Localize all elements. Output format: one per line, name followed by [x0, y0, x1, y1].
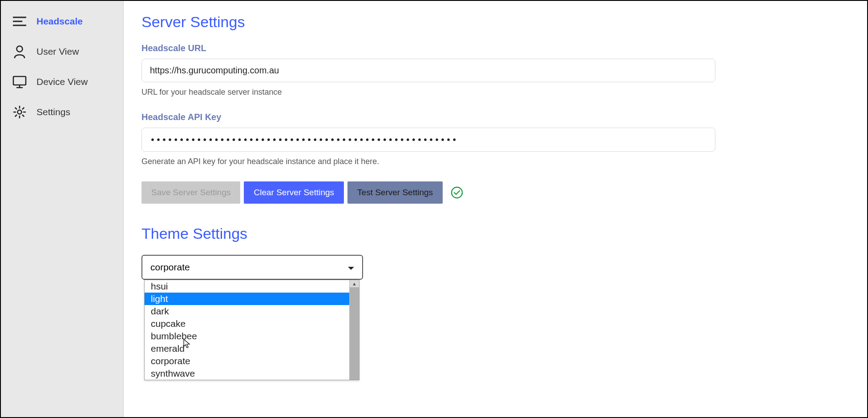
- headscale-api-key-input[interactable]: [141, 128, 715, 152]
- sidebar-item-headscale[interactable]: Headscale: [1, 6, 123, 36]
- menu-icon: [12, 14, 27, 28]
- sidebar-item-label: Headscale: [36, 16, 83, 27]
- sidebar-item-user-view[interactable]: User View: [1, 36, 123, 67]
- dropdown-scrollbar[interactable]: ▲: [349, 280, 359, 380]
- api-key-label: Headscale API Key: [141, 112, 849, 122]
- test-status-success-icon: [451, 186, 463, 199]
- theme-option-light[interactable]: light: [145, 293, 349, 305]
- theme-option-list: hsui light dark cupcake bumblebee emeral…: [145, 280, 349, 380]
- theme-option-synthwave[interactable]: synthwave: [145, 367, 349, 380]
- theme-selected-value: corporate: [150, 262, 190, 273]
- api-key-help-text: Generate an API key for your headscale i…: [141, 157, 849, 166]
- sidebar-item-label: Settings: [36, 107, 70, 117]
- theme-option-bumblebee[interactable]: bumblebee: [145, 330, 349, 342]
- sidebar: Headscale User View Device View Settings: [1, 1, 124, 417]
- monitor-icon: [12, 75, 27, 89]
- svg-point-3: [17, 46, 23, 52]
- server-buttons-row: Save Server Settings Clear Server Settin…: [141, 181, 849, 204]
- main-content: Server Settings Headscale URL URL for yo…: [124, 1, 867, 417]
- url-label: Headscale URL: [141, 43, 849, 53]
- svg-rect-4: [13, 76, 26, 85]
- svg-point-8: [452, 187, 462, 198]
- sidebar-item-label: User View: [36, 46, 79, 57]
- scroll-up-arrow-icon: ▲: [350, 281, 359, 286]
- scrollbar-thumb[interactable]: [350, 287, 359, 380]
- sidebar-item-device-view[interactable]: Device View: [1, 67, 123, 97]
- svg-point-7: [18, 110, 22, 114]
- theme-option-corporate[interactable]: corporate: [145, 355, 349, 367]
- theme-option-dark[interactable]: dark: [145, 305, 349, 318]
- theme-option-hsui[interactable]: hsui: [145, 280, 349, 293]
- theme-dropdown: hsui light dark cupcake bumblebee emeral…: [144, 280, 359, 380]
- gear-icon: [12, 105, 27, 119]
- sidebar-item-label: Device View: [36, 76, 88, 87]
- theme-select[interactable]: corporate: [141, 255, 363, 280]
- sidebar-item-settings[interactable]: Settings: [1, 97, 123, 127]
- chevron-down-icon: [348, 262, 354, 273]
- clear-server-settings-button[interactable]: Clear Server Settings: [244, 181, 344, 204]
- theme-option-cupcake[interactable]: cupcake: [145, 318, 349, 330]
- test-server-settings-button[interactable]: Test Server Settings: [347, 181, 443, 204]
- save-server-settings-button[interactable]: Save Server Settings: [141, 181, 240, 204]
- headscale-url-input[interactable]: [141, 59, 715, 82]
- theme-option-emerald[interactable]: emerald: [145, 342, 349, 355]
- url-help-text: URL for your headscale server instance: [141, 88, 849, 97]
- theme-settings-title: Theme Settings: [141, 225, 849, 242]
- server-settings-title: Server Settings: [141, 13, 849, 31]
- user-icon: [12, 44, 27, 59]
